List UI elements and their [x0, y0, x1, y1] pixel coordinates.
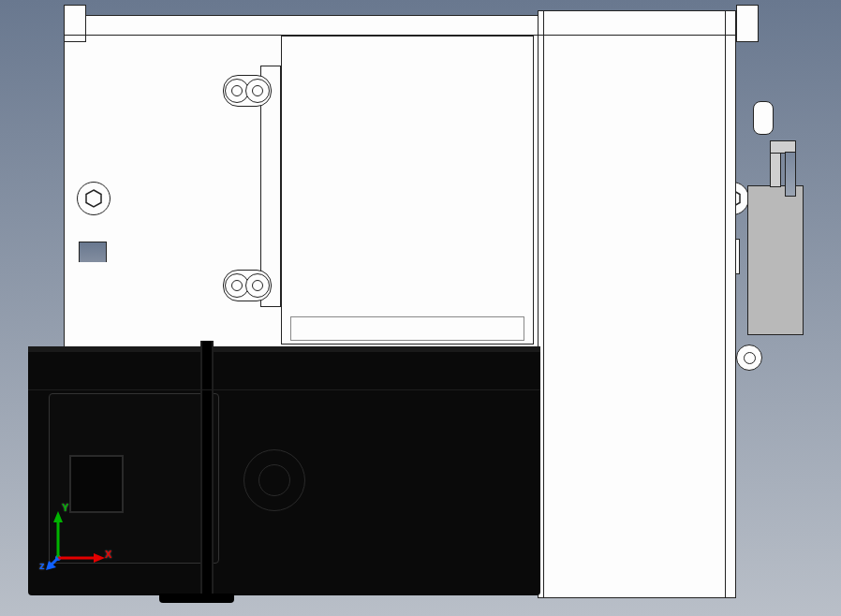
standoff-top-screw-right	[245, 79, 270, 103]
bottom-left-notch	[79, 242, 107, 262]
motor-top-edge	[28, 346, 540, 352]
right-grey-bracket-body	[747, 185, 804, 335]
right-front-column	[538, 10, 736, 598]
right-column-inner-line	[543, 10, 544, 598]
cap-screw-left	[77, 182, 111, 215]
svg-marker-0	[86, 190, 101, 207]
cad-viewport[interactable]: X Y z	[0, 0, 841, 616]
motor-clamp-band	[200, 341, 214, 594]
front-plate-inner-outline	[290, 316, 524, 341]
motor-connector-block	[69, 455, 124, 513]
right-column-inner-line-2	[725, 10, 726, 598]
top-right-connector-stud	[753, 101, 774, 135]
top-left-flange	[64, 5, 86, 42]
motor-bottom-foot	[159, 594, 234, 603]
white-front-standoff-plate	[281, 36, 534, 345]
right-grey-bracket-slot	[785, 152, 796, 197]
top-right-flange	[736, 5, 759, 42]
black-servo-motor-body	[28, 346, 540, 595]
standoff-bottom-screw-right	[245, 273, 270, 298]
back-plate-top-edge	[64, 35, 736, 36]
motor-hub-circle-inner	[258, 464, 290, 496]
motor-body-split	[28, 389, 540, 390]
lower-right-boss	[736, 345, 762, 371]
